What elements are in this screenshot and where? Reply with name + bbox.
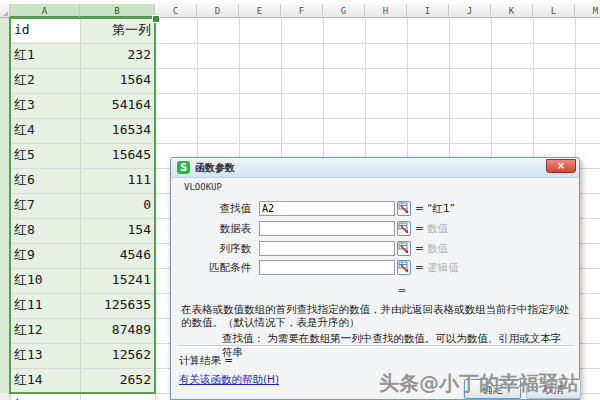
cell-A4[interactable]: 红3 [10, 93, 80, 117]
table-array-label: 数据表 [184, 222, 251, 236]
column-header-H[interactable]: H [365, 4, 407, 18]
select-all-corner[interactable] [0, 4, 10, 18]
lookup-value-input[interactable] [259, 201, 395, 216]
cell-A1[interactable]: id [10, 18, 80, 42]
column-header-J[interactable]: J [449, 4, 491, 18]
function-description: 在表格或数值数组的首列查找指定的数值，并由此返回表格或数组当前行中指定列处的数值… [181, 303, 573, 328]
cell-B8[interactable]: 0 [80, 193, 155, 217]
cell-B4[interactable]: 54164 [80, 93, 155, 117]
cell-A13[interactable]: 红12 [10, 318, 80, 342]
fill-handle[interactable] [152, 15, 160, 23]
cell-B12[interactable]: 125635 [80, 293, 155, 317]
range-picker-icon[interactable] [397, 221, 411, 236]
column-header-G[interactable]: G [323, 4, 365, 18]
cell-A15[interactable]: 红14 [10, 368, 80, 392]
equals-sign: = [415, 242, 424, 254]
cell-B5[interactable]: 16534 [80, 118, 155, 142]
formula-result-equals: = [397, 284, 407, 296]
cell-A14[interactable]: 红13 [10, 343, 80, 367]
wps-logo-icon: S [177, 161, 190, 174]
column-header-L[interactable]: L [533, 4, 575, 18]
equals-sign: = [415, 261, 424, 273]
cell-A6[interactable]: 红5 [10, 143, 80, 167]
table-array-input[interactable] [259, 221, 395, 236]
range-picker-icon[interactable] [397, 201, 411, 216]
cell-B10[interactable]: 4546 [80, 243, 155, 267]
col-index-label: 列序数 [184, 242, 251, 256]
cell-B15[interactable]: 2652 [80, 368, 155, 392]
match-type-input[interactable] [259, 260, 395, 275]
field-row-table-array: 数据表 = 数值 [184, 221, 574, 236]
col-index-result: 数值 [427, 242, 448, 256]
equals-sign: = [415, 202, 424, 214]
cell-B14[interactable]: 12562 [80, 343, 155, 367]
cell-A8[interactable]: 红7 [10, 193, 80, 217]
cell-A3[interactable]: 红2 [10, 68, 80, 92]
cell-B16[interactable]: 56263 [80, 393, 155, 400]
cell-B13[interactable]: 87489 [80, 318, 155, 342]
cell-A10[interactable]: 红9 [10, 243, 80, 267]
column-header-A[interactable]: A [10, 4, 80, 18]
divider [178, 345, 574, 347]
column-header-E[interactable]: E [239, 4, 281, 18]
cell-A16[interactable]: 红15 [10, 393, 80, 400]
watermark-text: 头条@小丁的幸福驿站 [379, 370, 579, 397]
cell-A2[interactable]: 红1 [10, 43, 80, 67]
column-header-I[interactable]: I [407, 4, 449, 18]
column-header-K[interactable]: K [491, 4, 533, 18]
range-picker-icon[interactable] [397, 260, 411, 275]
function-arguments-dialog: S 函数参数 × VLOOKUP 查找值 = “红1” 数据表 = 数值 列序数… [170, 157, 580, 400]
column-header-F[interactable]: F [281, 4, 323, 18]
cell-B7[interactable]: 111 [80, 168, 155, 192]
column-header-M[interactable]: M [575, 4, 600, 18]
cell-B3[interactable]: 1564 [80, 68, 155, 92]
cell-A7[interactable]: 红6 [10, 168, 80, 192]
table-array-result: 数值 [427, 222, 448, 236]
field-row-col-index: 列序数 = 数值 [184, 241, 574, 256]
cell-A11[interactable]: 红10 [10, 268, 80, 292]
cell-B2[interactable]: 232 [80, 43, 155, 67]
dialog-title: 函数参数 [195, 158, 235, 177]
column-header-B[interactable]: B [80, 4, 155, 18]
cell-A5[interactable]: 红4 [10, 118, 80, 142]
column-header-D[interactable]: D [197, 4, 239, 18]
column-header-C[interactable]: C [155, 4, 197, 18]
lookup-value-label: 查找值 [184, 202, 251, 216]
cell-B11[interactable]: 15241 [80, 268, 155, 292]
dialog-titlebar[interactable]: S 函数参数 × [171, 158, 579, 178]
cell-A12[interactable]: 红11 [10, 293, 80, 317]
equals-sign: = [415, 222, 424, 234]
spreadsheet-app: ABCDEFGHIJKLM id第一列红1232红21564红354164红41… [0, 0, 600, 400]
cell-B1[interactable]: 第一列 [80, 18, 155, 42]
close-icon[interactable]: × [546, 159, 576, 173]
function-name-label: VLOOKUP [184, 182, 222, 192]
col-index-input[interactable] [259, 241, 395, 256]
cell-A9[interactable]: 红8 [10, 218, 80, 242]
match-type-result: 逻辑值 [427, 261, 459, 275]
range-picker-icon[interactable] [397, 241, 411, 256]
select-all-triangle-icon [3, 11, 8, 16]
function-help-link[interactable]: 有关该函数的帮助(H) [179, 373, 279, 387]
lookup-value-result: “红1” [427, 202, 455, 216]
cell-B6[interactable]: 15645 [80, 143, 155, 167]
match-type-label: 匹配条件 [184, 261, 251, 275]
calc-result-label: 计算结果 = [179, 354, 233, 368]
field-row-match-type: 匹配条件 = 逻辑值 [184, 260, 574, 275]
field-row-lookup-value: 查找值 = “红1” [184, 201, 574, 216]
cell-B9[interactable]: 154 [80, 218, 155, 242]
